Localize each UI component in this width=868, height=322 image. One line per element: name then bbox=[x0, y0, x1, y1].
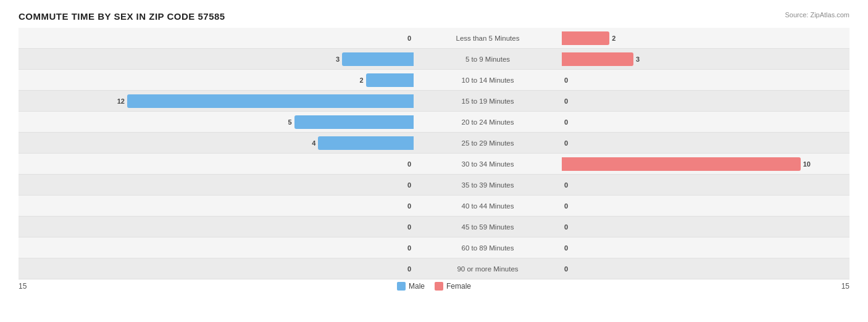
legend: Male Female bbox=[397, 282, 471, 291]
row-label: 5 to 9 Minutes bbox=[414, 56, 562, 63]
female-value: 0 bbox=[564, 97, 568, 105]
male-bar bbox=[318, 136, 414, 150]
row-label: 20 to 24 Minutes bbox=[414, 118, 562, 126]
female-value: 0 bbox=[564, 139, 568, 147]
male-value: 0 bbox=[407, 181, 411, 189]
bar-row: 040 to 44 Minutes0 bbox=[19, 196, 849, 217]
bar-row: 060 to 89 Minutes0 bbox=[19, 237, 849, 258]
row-label: 45 to 59 Minutes bbox=[414, 223, 562, 231]
female-value: 10 bbox=[803, 160, 811, 168]
female-value: 0 bbox=[564, 118, 568, 126]
male-value: 0 bbox=[407, 202, 411, 210]
male-value: 0 bbox=[407, 244, 411, 252]
chart-title: COMMUTE TIME BY SEX IN ZIP CODE 57585 bbox=[19, 11, 225, 22]
row-label: 30 to 34 Minutes bbox=[414, 160, 562, 168]
row-label: Less than 5 Minutes bbox=[414, 35, 562, 42]
female-value: 0 bbox=[564, 223, 568, 231]
female-bar bbox=[562, 157, 801, 171]
right-axis-label: 15 bbox=[841, 282, 849, 291]
bar-row: 1215 to 19 Minutes0 bbox=[19, 91, 849, 112]
male-value: 0 bbox=[407, 223, 411, 231]
row-label: 15 to 19 Minutes bbox=[414, 97, 562, 105]
bar-row: 210 to 14 Minutes0 bbox=[19, 70, 849, 91]
legend-male-box bbox=[397, 282, 406, 291]
male-value: 12 bbox=[117, 97, 125, 105]
bar-row: 35 to 9 Minutes3 bbox=[19, 49, 849, 70]
male-value: 3 bbox=[336, 56, 340, 63]
female-value: 0 bbox=[564, 181, 568, 189]
legend-male-label: Male bbox=[409, 282, 425, 291]
footer-row: 15 Male Female 15 bbox=[19, 282, 849, 291]
male-value: 0 bbox=[407, 160, 411, 168]
title-row: COMMUTE TIME BY SEX IN ZIP CODE 57585 So… bbox=[19, 11, 849, 22]
male-bar bbox=[127, 94, 414, 108]
female-value: 3 bbox=[636, 56, 640, 63]
legend-female-label: Female bbox=[446, 282, 471, 291]
male-bar bbox=[366, 73, 414, 87]
male-value: 0 bbox=[407, 35, 411, 42]
female-bar bbox=[562, 31, 609, 45]
row-label: 25 to 29 Minutes bbox=[414, 139, 562, 147]
row-label: 40 to 44 Minutes bbox=[414, 202, 562, 210]
male-value: 2 bbox=[360, 76, 364, 84]
bar-row: 030 to 34 Minutes10 bbox=[19, 154, 849, 175]
female-bar bbox=[562, 52, 633, 66]
legend-female-box bbox=[435, 282, 443, 291]
female-value: 0 bbox=[564, 202, 568, 210]
chart-container: COMMUTE TIME BY SEX IN ZIP CODE 57585 So… bbox=[0, 0, 868, 322]
bar-row: 0Less than 5 Minutes2 bbox=[19, 28, 849, 49]
legend-male: Male bbox=[397, 282, 425, 291]
source-text: Source: ZipAtlas.com bbox=[785, 11, 849, 19]
bar-row: 520 to 24 Minutes0 bbox=[19, 112, 849, 133]
row-label: 35 to 39 Minutes bbox=[414, 181, 562, 189]
female-value: 0 bbox=[564, 76, 568, 84]
row-label: 10 to 14 Minutes bbox=[414, 76, 562, 84]
female-value: 0 bbox=[564, 265, 568, 273]
male-bar bbox=[342, 52, 414, 66]
bar-row: 045 to 59 Minutes0 bbox=[19, 217, 849, 237]
male-bar bbox=[294, 115, 414, 129]
legend-female: Female bbox=[435, 282, 471, 291]
male-value: 5 bbox=[288, 118, 292, 126]
chart-area: 0Less than 5 Minutes235 to 9 Minutes3210… bbox=[19, 28, 849, 279]
bar-row: 425 to 29 Minutes0 bbox=[19, 133, 849, 154]
row-label: 60 to 89 Minutes bbox=[414, 244, 562, 252]
male-value: 0 bbox=[407, 265, 411, 273]
male-value: 4 bbox=[312, 139, 315, 147]
female-value: 0 bbox=[564, 244, 568, 252]
bar-row: 035 to 39 Minutes0 bbox=[19, 175, 849, 196]
female-value: 2 bbox=[612, 35, 616, 42]
left-axis-label: 15 bbox=[19, 282, 27, 291]
row-label: 90 or more Minutes bbox=[414, 265, 562, 273]
bar-row: 090 or more Minutes0 bbox=[19, 258, 849, 279]
